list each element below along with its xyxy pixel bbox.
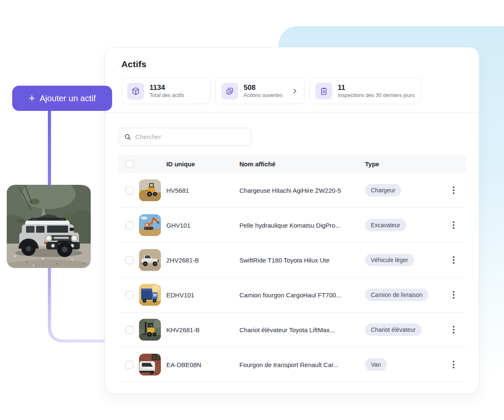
row-checkbox[interactable] xyxy=(126,186,134,194)
table-row: HV5681 Chargeuse Hitachi AgiHire ZW220-5… xyxy=(118,173,466,208)
row-checkbox[interactable] xyxy=(126,221,134,229)
type-badge: Chargeur xyxy=(365,184,401,197)
stat-label: Total des actifs xyxy=(150,92,184,99)
type-badge: Camion de livraison xyxy=(365,289,428,301)
pickup-truck-thumbnail xyxy=(139,249,161,271)
asset-id: EDHV101 xyxy=(166,291,239,299)
type-badge: Chariot élévateur xyxy=(365,323,422,336)
suv-illustration xyxy=(7,185,91,268)
excavator-thumbnail xyxy=(139,214,161,236)
table-row: EDHV101 Camion fourgon CargoHaul FT700..… xyxy=(118,278,466,312)
forklift-thumbnail xyxy=(139,319,161,341)
column-header-name: Nom affiché xyxy=(239,160,365,168)
stat-value: 508 xyxy=(244,84,282,92)
type-badge: Véhicule léger xyxy=(365,254,414,266)
cube-icon xyxy=(127,83,144,100)
kebab-menu-icon[interactable] xyxy=(449,359,459,370)
table-header-row: ID unique Nom affiché Type xyxy=(118,155,466,173)
panel-body: ID unique Nom affiché Type xyxy=(105,113,479,382)
copy-check-icon xyxy=(221,83,238,100)
type-badge: Van xyxy=(365,358,387,371)
stat-card-inspections[interactable]: 11 Inspections des 30 derniers jours xyxy=(310,78,421,104)
stat-text: 1134 Total des actifs xyxy=(150,84,184,99)
stat-value: 1134 xyxy=(150,84,184,92)
panel-header: Actifs 1134 Total des actifs xyxy=(105,47,479,113)
stat-card-open-actions[interactable]: 508 Actions ouvertes xyxy=(215,78,304,104)
wheel-loader-thumbnail xyxy=(139,179,161,201)
table-row: GHV101 Pelle hydraulique Komatsu DigPro.… xyxy=(118,208,466,243)
stat-label: Actions ouvertes xyxy=(244,92,282,99)
assets-table: ID unique Nom affiché Type xyxy=(118,155,466,382)
asset-name: Chariot élévateur Toyota LiftMax... xyxy=(239,326,365,333)
column-header-type: Type xyxy=(365,160,441,168)
asset-name: Pelle hydraulique Komatsu DigPro... xyxy=(239,222,365,229)
page-title: Actifs xyxy=(121,59,462,69)
chevron-right-icon xyxy=(291,87,299,95)
select-all-checkbox[interactable] xyxy=(126,160,134,168)
search-input[interactable] xyxy=(135,133,246,140)
plus-icon: + xyxy=(29,92,35,103)
row-checkbox[interactable] xyxy=(126,326,134,334)
kebab-menu-icon[interactable] xyxy=(449,184,459,196)
asset-id: GHV101 xyxy=(166,222,239,229)
stat-text: 11 Inspections des 30 derniers jours xyxy=(338,84,415,99)
clipboard-icon xyxy=(315,83,332,100)
row-checkbox[interactable] xyxy=(126,256,134,264)
stat-card-total-assets[interactable]: 1134 Total des actifs xyxy=(121,78,210,104)
column-header-id: ID unique xyxy=(166,160,239,168)
row-checkbox[interactable] xyxy=(126,361,134,369)
kebab-menu-icon[interactable] xyxy=(449,219,459,231)
vehicle-photo xyxy=(7,185,91,268)
asset-id: HV5681 xyxy=(166,187,239,194)
search-box xyxy=(118,128,251,146)
assets-panel: Actifs 1134 Total des actifs xyxy=(105,47,479,394)
search-icon xyxy=(124,133,131,141)
type-badge: Excavateur xyxy=(365,219,406,231)
stat-text: 508 Actions ouvertes xyxy=(244,84,282,99)
asset-name: SwiftRide T180 Toyota Hilux Ute xyxy=(239,257,365,264)
add-asset-button[interactable]: + Ajouter un actif xyxy=(12,86,112,111)
asset-name: Camion fourgon CargoHaul FT700... xyxy=(239,291,365,299)
stat-value: 11 xyxy=(338,84,415,92)
asset-name: Chargeuse Hitachi AgiHire ZW220-5 xyxy=(239,187,365,194)
cargo-van-thumbnail xyxy=(139,354,161,375)
box-truck-thumbnail xyxy=(139,284,161,306)
add-asset-button-label: Ajouter un actif xyxy=(39,94,95,103)
kebab-menu-icon[interactable] xyxy=(449,254,459,266)
asset-id: 2HV2681-B xyxy=(166,257,239,264)
asset-id: EA-DBE08N xyxy=(166,361,239,368)
table-row: 2HV2681-B SwiftRide T180 Toyota Hilux Ut… xyxy=(118,243,466,278)
kebab-menu-icon[interactable] xyxy=(449,289,459,301)
asset-name: Fourgon de transport Renault Car... xyxy=(239,361,365,368)
page: + Ajouter un actif xyxy=(0,0,504,420)
table-row: EA-DBE08N Fourgon de transport Renault C… xyxy=(118,347,466,382)
table-row: KHV2681-B Chariot élévateur Toyota LiftM… xyxy=(118,312,466,347)
stats-row: 1134 Total des actifs 508 Acti xyxy=(121,78,462,104)
row-checkbox[interactable] xyxy=(126,291,134,299)
asset-id: KHV2681-B xyxy=(166,326,239,333)
kebab-menu-icon[interactable] xyxy=(449,324,459,336)
stat-label: Inspections des 30 derniers jours xyxy=(338,92,415,99)
